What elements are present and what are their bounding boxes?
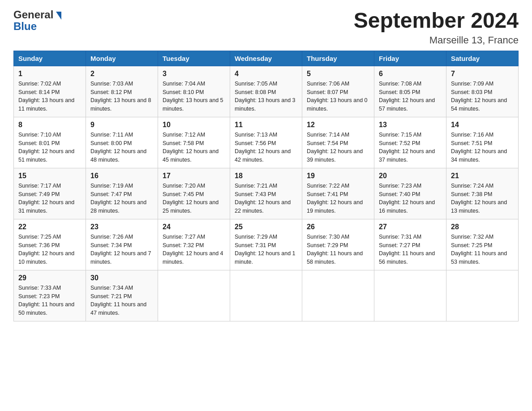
day-info: Sunrise: 7:14 AM Sunset: 7:54 PM Dayligh… <box>307 131 369 164</box>
sunrise-label: Sunrise: 7:33 AM <box>18 285 61 291</box>
day-info: Sunrise: 7:12 AM Sunset: 7:58 PM Dayligh… <box>163 131 225 164</box>
calendar-cell: 17 Sunrise: 7:20 AM Sunset: 7:45 PM Dayl… <box>158 168 230 219</box>
daylight-label: Daylight: 12 hours and 22 minutes. <box>235 199 291 214</box>
calendar-cell <box>158 270 230 321</box>
calendar-cell: 18 Sunrise: 7:21 AM Sunset: 7:43 PM Dayl… <box>230 168 302 219</box>
sunrise-label: Sunrise: 7:23 AM <box>379 183 421 189</box>
col-monday: Monday <box>86 51 158 66</box>
sunrise-label: Sunrise: 7:09 AM <box>451 81 493 87</box>
sunset-label: Sunset: 8:14 PM <box>18 89 60 95</box>
daylight-label: Daylight: 12 hours and 54 minutes. <box>451 97 507 112</box>
sunset-label: Sunset: 7:58 PM <box>163 140 204 146</box>
day-number: 3 <box>163 70 225 78</box>
sunset-label: Sunset: 7:32 PM <box>163 242 204 248</box>
day-number: 21 <box>451 172 514 180</box>
sunset-label: Sunset: 8:10 PM <box>163 89 204 95</box>
day-number: 7 <box>451 70 514 78</box>
calendar-cell: 7 Sunrise: 7:09 AM Sunset: 8:03 PM Dayli… <box>446 66 519 117</box>
daylight-label: Daylight: 13 hours and 3 minutes. <box>235 97 296 112</box>
daylight-label: Daylight: 13 hours and 0 minutes. <box>307 97 368 112</box>
sunrise-label: Sunrise: 7:20 AM <box>163 183 205 189</box>
sunset-label: Sunset: 8:03 PM <box>451 89 492 95</box>
day-info: Sunrise: 7:13 AM Sunset: 7:56 PM Dayligh… <box>235 131 297 164</box>
daylight-label: Daylight: 12 hours and 16 minutes. <box>379 199 435 214</box>
sunset-label: Sunset: 7:49 PM <box>18 191 60 197</box>
calendar-cell <box>302 270 374 321</box>
calendar-cell: 22 Sunrise: 7:25 AM Sunset: 7:36 PM Dayl… <box>14 219 86 270</box>
sunrise-label: Sunrise: 7:29 AM <box>235 234 277 240</box>
calendar-cell <box>446 270 519 321</box>
calendar-week-row: 15 Sunrise: 7:17 AM Sunset: 7:49 PM Dayl… <box>14 168 519 219</box>
calendar-cell: 2 Sunrise: 7:03 AM Sunset: 8:12 PM Dayli… <box>86 66 158 117</box>
calendar-week-row: 29 Sunrise: 7:33 AM Sunset: 7:23 PM Dayl… <box>14 270 519 321</box>
daylight-label: Daylight: 12 hours and 57 minutes. <box>379 97 435 112</box>
day-number: 28 <box>451 223 514 231</box>
sunset-label: Sunset: 8:07 PM <box>307 89 348 95</box>
sunset-label: Sunset: 8:08 PM <box>235 89 276 95</box>
daylight-label: Daylight: 12 hours and 7 minutes. <box>90 250 151 265</box>
sunrise-label: Sunrise: 7:08 AM <box>379 81 421 87</box>
sunset-label: Sunset: 7:40 PM <box>379 191 420 197</box>
sunset-label: Sunset: 7:34 PM <box>90 242 132 248</box>
daylight-label: Daylight: 12 hours and 10 minutes. <box>18 250 74 265</box>
daylight-label: Daylight: 12 hours and 28 minutes. <box>90 199 146 214</box>
sunset-label: Sunset: 7:45 PM <box>163 191 204 197</box>
sunset-label: Sunset: 7:27 PM <box>379 242 420 248</box>
day-info: Sunrise: 7:22 AM Sunset: 7:41 PM Dayligh… <box>307 182 369 215</box>
daylight-label: Daylight: 13 hours and 11 minutes. <box>18 97 74 112</box>
calendar-cell: 28 Sunrise: 7:32 AM Sunset: 7:25 PM Dayl… <box>446 219 519 270</box>
day-number: 8 <box>18 121 81 129</box>
day-number: 5 <box>307 70 369 78</box>
month-year-title: September 2024 <box>354 9 519 33</box>
sunrise-label: Sunrise: 7:04 AM <box>163 81 205 87</box>
daylight-label: Daylight: 12 hours and 45 minutes. <box>163 148 219 163</box>
day-info: Sunrise: 7:27 AM Sunset: 7:32 PM Dayligh… <box>163 233 225 266</box>
daylight-label: Daylight: 12 hours and 37 minutes. <box>379 148 435 163</box>
calendar-cell: 1 Sunrise: 7:02 AM Sunset: 8:14 PM Dayli… <box>14 66 86 117</box>
day-info: Sunrise: 7:31 AM Sunset: 7:27 PM Dayligh… <box>379 233 442 266</box>
daylight-label: Daylight: 11 hours and 58 minutes. <box>307 250 363 265</box>
sunset-label: Sunset: 7:21 PM <box>90 293 132 300</box>
sunset-label: Sunset: 7:25 PM <box>451 242 492 248</box>
calendar-cell: 25 Sunrise: 7:29 AM Sunset: 7:31 PM Dayl… <box>230 219 302 270</box>
day-info: Sunrise: 7:04 AM Sunset: 8:10 PM Dayligh… <box>163 80 225 113</box>
calendar-table: Sunday Monday Tuesday Wednesday Thursday… <box>13 51 519 321</box>
sunrise-label: Sunrise: 7:13 AM <box>235 132 277 138</box>
day-number: 23 <box>90 223 153 231</box>
day-info: Sunrise: 7:02 AM Sunset: 8:14 PM Dayligh… <box>18 80 81 113</box>
day-info: Sunrise: 7:25 AM Sunset: 7:36 PM Dayligh… <box>18 233 81 266</box>
calendar-cell <box>374 270 446 321</box>
day-number: 9 <box>90 121 153 129</box>
col-tuesday: Tuesday <box>158 51 230 66</box>
daylight-label: Daylight: 11 hours and 50 minutes. <box>18 301 74 316</box>
calendar-cell <box>230 270 302 321</box>
sunrise-label: Sunrise: 7:06 AM <box>307 81 349 87</box>
day-number: 6 <box>379 70 442 78</box>
sunrise-label: Sunrise: 7:14 AM <box>307 132 349 138</box>
day-number: 4 <box>235 70 297 78</box>
day-info: Sunrise: 7:05 AM Sunset: 8:08 PM Dayligh… <box>235 80 297 113</box>
day-info: Sunrise: 7:15 AM Sunset: 7:52 PM Dayligh… <box>379 131 442 164</box>
day-number: 18 <box>235 172 297 180</box>
calendar-cell: 14 Sunrise: 7:16 AM Sunset: 7:51 PM Dayl… <box>446 117 519 168</box>
calendar-cell: 4 Sunrise: 7:05 AM Sunset: 8:08 PM Dayli… <box>230 66 302 117</box>
day-number: 13 <box>379 121 442 129</box>
calendar-cell: 26 Sunrise: 7:30 AM Sunset: 7:29 PM Dayl… <box>302 219 374 270</box>
logo-arrow-icon <box>56 12 61 20</box>
sunrise-label: Sunrise: 7:03 AM <box>90 81 133 87</box>
sunrise-label: Sunrise: 7:19 AM <box>90 183 133 189</box>
day-number: 24 <box>163 223 225 231</box>
day-number: 19 <box>307 172 369 180</box>
day-number: 11 <box>235 121 297 129</box>
col-sunday: Sunday <box>14 51 86 66</box>
daylight-label: Daylight: 12 hours and 39 minutes. <box>307 148 363 163</box>
calendar-cell: 30 Sunrise: 7:34 AM Sunset: 7:21 PM Dayl… <box>86 270 158 321</box>
daylight-label: Daylight: 13 hours and 5 minutes. <box>163 97 223 112</box>
sunset-label: Sunset: 7:29 PM <box>307 242 348 248</box>
calendar-cell: 12 Sunrise: 7:14 AM Sunset: 7:54 PM Dayl… <box>302 117 374 168</box>
col-friday: Friday <box>374 51 446 66</box>
daylight-label: Daylight: 12 hours and 13 minutes. <box>451 199 507 214</box>
calendar-cell: 19 Sunrise: 7:22 AM Sunset: 7:41 PM Dayl… <box>302 168 374 219</box>
day-info: Sunrise: 7:10 AM Sunset: 8:01 PM Dayligh… <box>18 131 81 164</box>
sunrise-label: Sunrise: 7:31 AM <box>379 234 421 240</box>
